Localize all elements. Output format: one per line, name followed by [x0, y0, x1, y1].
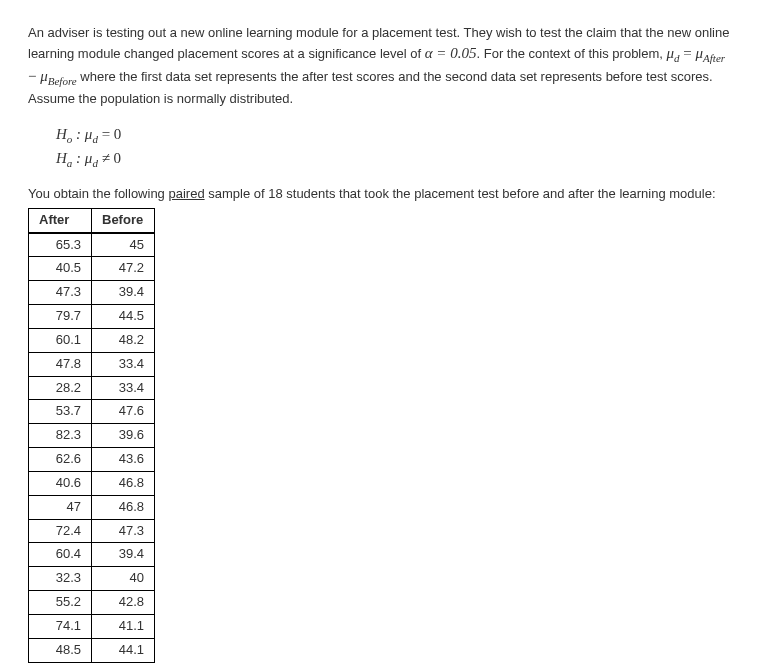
cell-after: 74.1 — [29, 615, 92, 639]
cell-before: 39.6 — [92, 424, 155, 448]
cell-after: 53.7 — [29, 400, 92, 424]
equals: = — [680, 45, 696, 61]
table-row: 47.833.4 — [29, 352, 155, 376]
table-row: 32.340 — [29, 567, 155, 591]
sample-description: You obtain the following paired sample o… — [28, 185, 733, 204]
cell-before: 44.5 — [92, 305, 155, 329]
ha-body: : μ — [72, 150, 92, 166]
table-row: 53.747.6 — [29, 400, 155, 424]
table-row: 72.447.3 — [29, 519, 155, 543]
cell-after: 47 — [29, 495, 92, 519]
table-row: 48.544.1 — [29, 638, 155, 662]
cell-after: 55.2 — [29, 591, 92, 615]
intro-text-c: where the first data set represents the … — [28, 69, 713, 106]
h0-H: H — [56, 126, 67, 142]
mu-before: μ — [40, 68, 48, 84]
table-row: 62.643.6 — [29, 448, 155, 472]
table-header-row: After Before — [29, 208, 155, 232]
ha-rhs: ≠ 0 — [98, 150, 121, 166]
sample-text-a: You obtain the following — [28, 186, 168, 201]
cell-after: 40.5 — [29, 257, 92, 281]
cell-after: 47.3 — [29, 281, 92, 305]
table-row: 4746.8 — [29, 495, 155, 519]
cell-after: 82.3 — [29, 424, 92, 448]
cell-before: 48.2 — [92, 328, 155, 352]
mu-after: μ — [696, 45, 704, 61]
cell-before: 47.3 — [92, 519, 155, 543]
cell-after: 79.7 — [29, 305, 92, 329]
cell-before: 33.4 — [92, 352, 155, 376]
cell-before: 41.1 — [92, 615, 155, 639]
cell-after: 65.3 — [29, 233, 92, 257]
minus: − — [28, 68, 40, 84]
cell-before: 46.8 — [92, 471, 155, 495]
table-row: 60.439.4 — [29, 543, 155, 567]
table-row: 40.547.2 — [29, 257, 155, 281]
table-row: 55.242.8 — [29, 591, 155, 615]
cell-before: 44.1 — [92, 638, 155, 662]
cell-after: 72.4 — [29, 519, 92, 543]
table-row: 79.744.5 — [29, 305, 155, 329]
mu-after-sub: After — [703, 51, 725, 63]
problem-intro: An adviser is testing out a new online l… — [28, 24, 733, 109]
intro-text-b: . For the context of this problem, — [477, 46, 667, 61]
cell-before: 45 — [92, 233, 155, 257]
cell-before: 47.6 — [92, 400, 155, 424]
cell-after: 40.6 — [29, 471, 92, 495]
cell-after: 47.8 — [29, 352, 92, 376]
cell-after: 60.4 — [29, 543, 92, 567]
h0-body: : μ — [72, 126, 92, 142]
paired-word: paired — [168, 186, 204, 201]
data-table: After Before 65.345 40.547.2 47.339.4 79… — [28, 208, 155, 663]
col-header-before: Before — [92, 208, 155, 232]
table-row: 65.345 — [29, 233, 155, 257]
hypotheses-block: Ho : μd = 0 Ha : μd ≠ 0 — [56, 123, 733, 171]
cell-after: 60.1 — [29, 328, 92, 352]
col-header-after: After — [29, 208, 92, 232]
table-row: 82.339.6 — [29, 424, 155, 448]
alt-hypothesis: Ha : μd ≠ 0 — [56, 147, 733, 171]
h0-rhs: = 0 — [98, 126, 121, 142]
cell-after: 28.2 — [29, 376, 92, 400]
table-row: 47.339.4 — [29, 281, 155, 305]
cell-before: 43.6 — [92, 448, 155, 472]
cell-before: 40 — [92, 567, 155, 591]
cell-before: 39.4 — [92, 281, 155, 305]
cell-after: 62.6 — [29, 448, 92, 472]
cell-after: 32.3 — [29, 567, 92, 591]
mu-d: μ — [667, 45, 675, 61]
table-row: 60.148.2 — [29, 328, 155, 352]
table-row: 40.646.8 — [29, 471, 155, 495]
table-row: 28.233.4 — [29, 376, 155, 400]
table-row: 74.141.1 — [29, 615, 155, 639]
null-hypothesis: Ho : μd = 0 — [56, 123, 733, 147]
mu-before-sub: Before — [48, 75, 77, 87]
cell-before: 46.8 — [92, 495, 155, 519]
cell-before: 47.2 — [92, 257, 155, 281]
cell-after: 48.5 — [29, 638, 92, 662]
cell-before: 39.4 — [92, 543, 155, 567]
cell-before: 42.8 — [92, 591, 155, 615]
alpha-expression: α = 0.05 — [425, 45, 477, 61]
sample-text-b: sample of 18 students that took the plac… — [205, 186, 716, 201]
ha-H: H — [56, 150, 67, 166]
cell-before: 33.4 — [92, 376, 155, 400]
